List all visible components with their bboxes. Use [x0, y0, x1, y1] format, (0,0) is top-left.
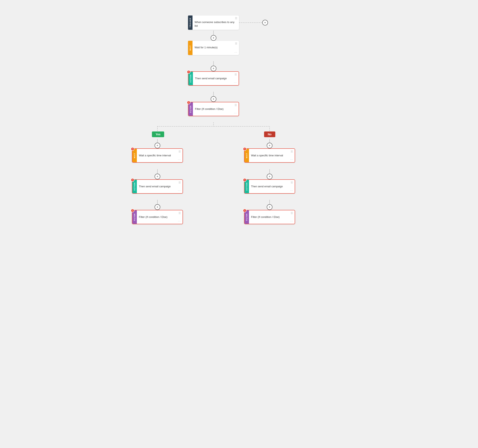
filter-no-tab: FILTER [245, 210, 249, 224]
add-button-yes-3[interactable]: + [155, 204, 160, 210]
note-icon-filter1: ☰ [234, 104, 237, 107]
note-icon-wait-no: ☰ [291, 150, 293, 153]
plus-icon: + [157, 144, 158, 147]
add-button-yes[interactable]: + [155, 143, 160, 148]
add-button-yes-2[interactable]: + [155, 174, 160, 179]
filter1-node[interactable]: ! FILTER ☰ Filter (If condition / Else) … [188, 102, 239, 116]
action1-dots[interactable]: ··· [234, 81, 237, 84]
add-button-no-2[interactable]: + [267, 174, 272, 179]
filter-no-body: ☰ Filter (If condition / Else) ··· [249, 210, 295, 224]
filter1-label: Filter (If condition / Else) [195, 107, 237, 111]
no-label-text: No [268, 133, 272, 136]
action1-tab-label: ACTION [190, 75, 192, 83]
action-yes-body: ☰ Then send email campaign ··· [137, 180, 182, 193]
action1-body: ☰ Then send email campaign ··· [193, 72, 239, 85]
filter-yes-dots[interactable]: ··· [178, 219, 181, 223]
plus-icon: + [157, 205, 158, 209]
plus-icon: + [269, 205, 270, 209]
filter-yes-node[interactable]: ! FILTER ☰ Filter (If condition / Else) … [132, 210, 183, 224]
filter-no-label: Filter (If condition / Else) [251, 215, 293, 219]
plus-icon: + [213, 36, 214, 40]
workflow-canvas: TRIGGER ☰ When someone subscribes to any… [120, 0, 358, 224]
action-no-dots[interactable]: ··· [290, 189, 293, 192]
filter-no-tab-label: FILTER [246, 213, 248, 221]
filter-yes-body: ☰ Filter (If condition / Else) ··· [137, 210, 182, 224]
no-branch-label[interactable]: No [264, 131, 275, 137]
wait-yes-body: ☰ Wait a specific time interval ··· [137, 149, 182, 162]
wait1-tab-label: WAIT [189, 45, 191, 51]
trigger-label: When someone subscribes to any list [195, 20, 237, 28]
action-yes-tab-label: ACTION [134, 182, 136, 191]
note-icon-filter-no: ☰ [291, 212, 293, 215]
filter-yes-tab-label: FILTER [134, 213, 136, 221]
plus-icon: + [269, 144, 270, 147]
add-button-1[interactable]: + [211, 35, 216, 41]
wait1-dots[interactable]: ··· [234, 50, 237, 54]
action1-node[interactable]: ! ACTION ☰ Then send email campaign ··· [188, 71, 239, 86]
trigger-node[interactable]: TRIGGER ☰ When someone subscribes to any… [188, 15, 239, 30]
plus-icon: + [213, 67, 214, 70]
wait-no-tab: WAIT [245, 149, 249, 162]
wait-no-body: ☰ Wait a specific time interval ··· [249, 149, 295, 162]
plus-icon: + [157, 175, 158, 178]
wait-no-label: Wait a specific time interval [251, 154, 293, 157]
add-button-no-3[interactable]: + [267, 204, 272, 210]
action-no-tab-label: ACTION [246, 182, 248, 191]
action-no-node[interactable]: ! ACTION ☰ Then send email campaign ··· [244, 179, 295, 194]
wait-yes-dots[interactable]: ··· [178, 158, 181, 161]
action-yes-dots[interactable]: ··· [178, 189, 181, 192]
filter-yes-label: Filter (If condition / Else) [139, 215, 181, 219]
note-icon: ☰ [235, 17, 237, 20]
wait-no-dots[interactable]: ··· [290, 158, 293, 161]
wait-yes-label: Wait a specific time interval [139, 154, 181, 157]
filter-no-error: ! [243, 209, 246, 212]
action1-tab: ACTION [189, 72, 193, 85]
wait-yes-error: ! [131, 147, 134, 151]
action-yes-label: Then send email campaign [139, 185, 181, 188]
wait-no-tab-label: WAIT [246, 153, 248, 158]
action-yes-node[interactable]: ! ACTION ☰ Then send email campaign ··· [132, 179, 183, 194]
wait1-node[interactable]: WAIT ☰ Wait for 1 minute(s) ··· [188, 41, 239, 55]
filter-no-node[interactable]: ! FILTER ☰ Filter (If condition / Else) … [244, 210, 295, 224]
note-icon-action1: ☰ [234, 73, 237, 76]
filter-yes-error: ! [131, 209, 134, 212]
filter-yes-tab: FILTER [132, 210, 137, 224]
action-yes-error: ! [131, 178, 134, 182]
action-no-error: ! [243, 178, 246, 182]
action-no-label: Then send email campaign [251, 185, 293, 188]
trigger-tab: TRIGGER [188, 15, 193, 30]
yes-label-text: Yes [156, 133, 160, 136]
yes-branch-label[interactable]: Yes [152, 131, 164, 137]
add-button-2[interactable]: + [211, 66, 216, 71]
note-icon-wait-yes: ☰ [178, 150, 181, 153]
wait-no-node[interactable]: ! WAIT ☰ Wait a specific time interval ·… [244, 148, 295, 163]
wait-yes-tab-label: WAIT [134, 153, 136, 158]
wait1-label: Wait for 1 minute(s) [195, 46, 237, 49]
trigger-tab-label: TRIGGER [189, 18, 191, 27]
wait1-body: ☰ Wait for 1 minute(s) ··· [193, 41, 239, 55]
wait-yes-node[interactable]: ! WAIT ☰ Wait a specific time interval ·… [132, 148, 183, 163]
wait1-tab: WAIT [188, 41, 193, 55]
note-icon-filter-yes: ☰ [178, 212, 181, 215]
action-no-body: ☰ Then send email campaign ··· [249, 180, 295, 193]
action1-error-badge: ! [187, 70, 190, 74]
trigger-side-add-button[interactable]: + [262, 20, 268, 25]
filter1-tab: FILTER [189, 102, 193, 116]
action-no-tab: ACTION [245, 180, 249, 193]
filter1-tab-label: FILTER [190, 105, 192, 113]
wait-no-error: ! [243, 147, 246, 151]
plus-icon: + [213, 97, 214, 101]
add-button-no[interactable]: + [267, 143, 272, 148]
wait-yes-tab: WAIT [132, 149, 137, 162]
action-yes-tab: ACTION [132, 180, 137, 193]
filter-no-dots[interactable]: ··· [290, 219, 293, 223]
add-button-3[interactable]: + [211, 96, 216, 102]
filter1-body: ☰ Filter (If condition / Else) ··· [193, 102, 239, 116]
note-icon-action-yes: ☰ [178, 181, 181, 184]
filter1-error-badge: ! [187, 101, 190, 104]
note-icon-wait1: ☰ [235, 42, 237, 45]
action1-label: Then send email campaign [195, 77, 237, 80]
trigger-body: ☰ When someone subscribes to any list [193, 15, 239, 30]
filter1-dots[interactable]: ··· [234, 111, 237, 115]
note-icon-action-no: ☰ [291, 181, 293, 184]
